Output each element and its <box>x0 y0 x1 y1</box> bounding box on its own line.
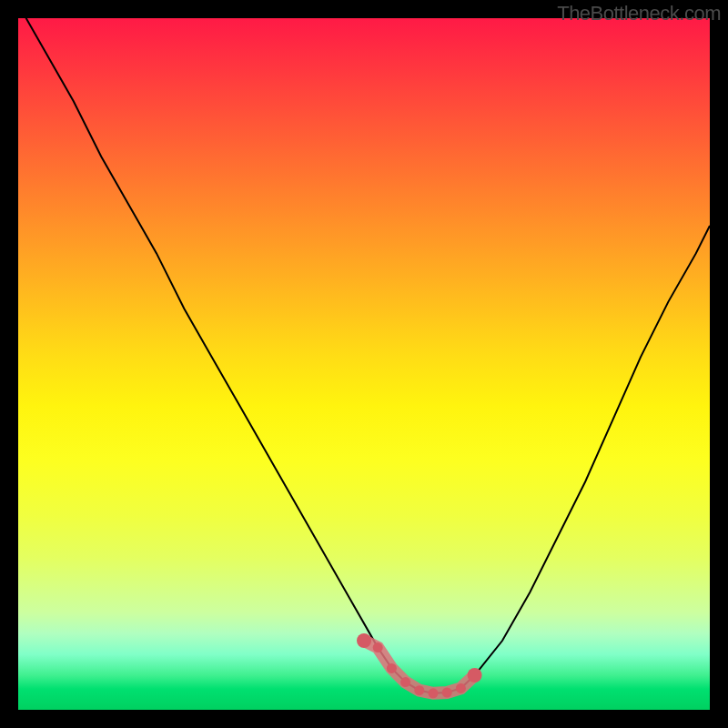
highlight-dot <box>373 642 383 652</box>
highlight-dot <box>456 683 466 693</box>
highlight-dot <box>442 688 452 698</box>
highlight-dot <box>414 685 424 695</box>
chart-overlay <box>0 0 728 728</box>
curve-left-branch <box>18 5 433 693</box>
highlight-dot <box>387 663 397 673</box>
highlight-dot <box>468 668 482 682</box>
curve-right-branch <box>433 226 710 693</box>
highlight-dot <box>400 677 410 687</box>
highlight-dot <box>429 688 439 698</box>
chart-container: TheBottleneck.com <box>0 0 728 728</box>
highlight-dot <box>357 633 371 648</box>
